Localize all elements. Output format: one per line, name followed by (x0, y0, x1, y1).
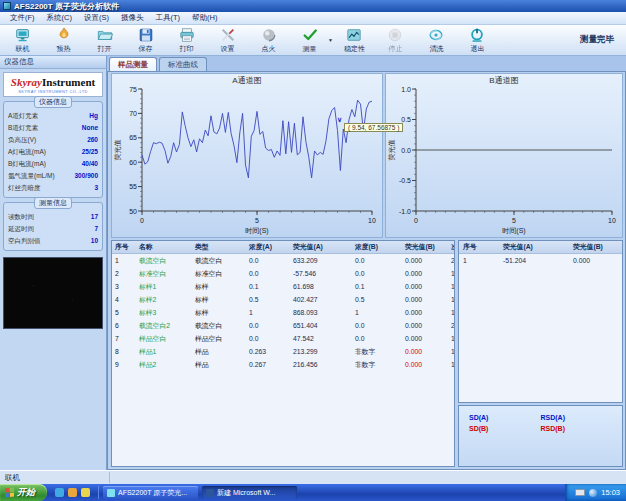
table-cell: 633.209 (290, 257, 352, 264)
menu-item-4[interactable]: 摄像头 (115, 13, 150, 23)
column-header[interactable]: 荧光值(A) (499, 242, 569, 252)
column-header[interactable]: 浓度(A) (246, 242, 290, 252)
start-button[interactable]: 开始 (0, 484, 47, 501)
readings-table: 序号荧光值(A)荧光值(B)1-51.2040.000 (458, 240, 623, 403)
measure-dropdown-arrow[interactable]: ▼ (328, 37, 333, 43)
table-cell: 7 (112, 335, 136, 342)
toolbar-button-打开[interactable]: 打开 (84, 26, 125, 55)
column-header[interactable]: 荧光值(B) (569, 242, 622, 252)
menu-item-2[interactable]: 系统(C) (41, 13, 78, 23)
column-header[interactable]: 名称 (136, 242, 192, 252)
column-header[interactable]: 序号 (459, 242, 499, 252)
table-row[interactable]: 4标样2标样0.5402.4270.50.0001 (112, 293, 454, 306)
table-row[interactable]: 1-51.2040.000 (459, 254, 622, 267)
toolbar-button-保存[interactable]: 保存 (125, 26, 166, 55)
toolbar-button-测量[interactable]: 测量 (289, 26, 330, 55)
exit-power-icon (469, 27, 485, 43)
toolbar-button-label: 联机 (16, 44, 30, 54)
toolbar-button-打印[interactable]: 打印 (166, 26, 207, 55)
stat-label-SD(A): SD(A) (469, 414, 541, 421)
toolbar-button-稳定性[interactable]: 稳定性 (334, 26, 375, 55)
table-cell: 载流空白 (136, 256, 192, 266)
table-cell: 标样 (192, 282, 246, 292)
toolbar-button-预热[interactable]: 预热 (43, 26, 84, 55)
info-label: 灯丝亮暗度 (8, 184, 41, 193)
clean-icon (428, 27, 444, 43)
menu-item-5[interactable]: 工具(T) (150, 13, 187, 23)
table-cell: 216.456 (290, 361, 352, 368)
taskbar: 开始 AFS2200T 原子荧光...新建 Microsoft W... 15:… (0, 484, 626, 501)
svg-text:时间(S): 时间(S) (502, 227, 525, 235)
settings-tools-icon (220, 27, 236, 43)
table-cell: 0.000 (402, 348, 448, 355)
app-task-icon (107, 489, 115, 497)
table-cell: 5 (112, 309, 136, 316)
svg-text:50: 50 (129, 208, 137, 215)
column-header[interactable]: 荧光值(B) (402, 242, 448, 252)
column-header[interactable]: 类型 (192, 242, 246, 252)
menu-item-1[interactable]: 文件(F) (4, 13, 41, 23)
measurement-status-text: 测量完毕 (580, 34, 614, 46)
toolbar-button-点火[interactable]: 点火 (248, 26, 289, 55)
task-button-1[interactable]: AFS2200T 原子荧光... (103, 486, 198, 499)
column-header[interactable]: 荧光值(A) (290, 242, 352, 252)
table-row[interactable]: 3标样1标样0.161.6980.10.0001 (112, 280, 454, 293)
svg-text:55: 55 (129, 183, 137, 190)
info-value: 40/40 (82, 160, 98, 169)
info-row: B道灯元素None (7, 122, 99, 134)
svg-text:0: 0 (140, 217, 144, 224)
status-bar: 联机 (0, 470, 626, 484)
toolbar-button-label: 打开 (98, 44, 112, 54)
info-row: 空白判别值10 (7, 235, 99, 247)
table-cell: 0.0 (246, 270, 290, 277)
svg-text:5: 5 (512, 217, 516, 224)
toolbar-button-设置[interactable]: 设置 (207, 26, 248, 55)
info-value: 7 (94, 225, 98, 234)
task-button-2[interactable]: 新建 Microsoft W... (202, 486, 297, 499)
table-row[interactable]: 1载流空白载流空白0.0633.2090.00.0002 (112, 254, 454, 267)
table-cell: 651.404 (290, 322, 352, 329)
info-row: 灯丝亮暗度3 (7, 182, 99, 194)
toolbar-button-清洗[interactable]: 清洗 (416, 26, 457, 55)
tab-样品测量[interactable]: 样品测量 (109, 57, 157, 71)
table-row[interactable]: 8样品1样品0.263213.299非数字0.0001 (112, 345, 454, 358)
table-row[interactable]: 9样品2样品0.267216.456非数字0.0001 (112, 358, 454, 371)
show-desktop-icon[interactable] (55, 488, 64, 497)
channel-b-chart[interactable]: B通道图-1.0-0.50.00.51.00510时间(S)荧光值 (385, 73, 623, 238)
channel-a-chart[interactable]: A通道图5055606570750510时间(S)荧光值 (111, 73, 383, 238)
table-row[interactable]: 5标样3标样1868.09310.0001 (112, 306, 454, 319)
toolbar-button-label: 预热 (57, 44, 71, 54)
table-cell: 1 (448, 296, 454, 303)
table-row[interactable]: 7样品空白样品空白0.047.5420.00.0001 (112, 332, 454, 345)
folder-icon[interactable] (81, 488, 90, 497)
svg-text:0: 0 (414, 217, 418, 224)
svg-text:65: 65 (129, 134, 137, 141)
toolbar-button-label: 清洗 (429, 44, 443, 54)
keyboard-icon[interactable] (575, 489, 585, 496)
svg-text:10: 10 (368, 217, 376, 224)
browser-icon[interactable] (68, 488, 77, 497)
info-label: A灯电流(mA) (8, 148, 46, 157)
toolbar-button-label: 设置 (221, 44, 235, 54)
menu-item-6[interactable]: 帮助(H) (186, 13, 223, 23)
svg-text:-0.5: -0.5 (399, 177, 411, 184)
table-row[interactable]: 6载流空白2载流空白0.0651.4040.00.0002 (112, 319, 454, 332)
table-cell: 1 (448, 309, 454, 316)
table-cell: 0.0 (246, 257, 290, 264)
column-header[interactable]: 次数 (448, 242, 454, 252)
volume-icon[interactable] (589, 489, 597, 497)
column-header[interactable]: 浓度(B) (352, 242, 402, 252)
table-cell: 0.000 (569, 257, 622, 264)
table-cell: 0.000 (402, 335, 448, 342)
table-cell: 标样1 (136, 282, 192, 292)
tab-标准曲线[interactable]: 标准曲线 (159, 57, 207, 71)
toolbar-button-联机[interactable]: 联机 (2, 26, 43, 55)
table-row[interactable]: 2标准空白标准空白0.0-57.5460.00.0001 (112, 267, 454, 280)
menu-item-3[interactable]: 设置(S) (78, 13, 115, 23)
toolbar-button-退出[interactable]: 退出 (457, 26, 498, 55)
window-title: AFS2200T 原子荧光分析软件 (14, 1, 119, 12)
table-cell: 1 (112, 257, 136, 264)
table-cell: 0.0 (352, 270, 402, 277)
column-header[interactable]: 序号 (112, 242, 136, 252)
toolbar-button-label: 退出 (470, 44, 484, 54)
